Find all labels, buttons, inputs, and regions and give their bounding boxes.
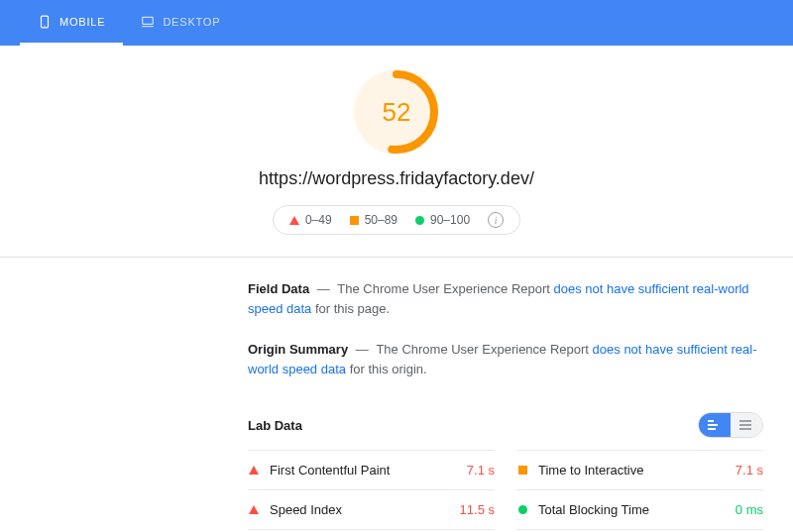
metric-fcp-name: First Contentful Paint bbox=[270, 463, 467, 478]
field-data-note: Field Data — The Chrome User Experience … bbox=[248, 279, 763, 318]
view-toggle-compact[interactable] bbox=[731, 413, 762, 437]
score-gauge: 52 bbox=[354, 69, 439, 155]
view-toggle[interactable] bbox=[698, 412, 763, 438]
metric-tti: Time to Interactive 7.1 s bbox=[516, 450, 763, 489]
metric-si-value: 11.5 s bbox=[460, 502, 495, 517]
tested-url: https://wordpress.fridayfactory.dev/ bbox=[30, 168, 763, 189]
origin-summary-note: Origin Summary — The Chrome User Experie… bbox=[248, 340, 763, 378]
origin-summary-label: Origin Summary bbox=[248, 342, 348, 357]
svg-point-1 bbox=[44, 25, 45, 26]
tab-mobile-label: MOBILE bbox=[59, 16, 105, 28]
field-data-post: for this page. bbox=[311, 301, 390, 316]
square-icon bbox=[518, 466, 527, 475]
view-toggle-expanded[interactable] bbox=[699, 413, 731, 437]
tab-mobile[interactable]: MOBILE bbox=[20, 0, 123, 46]
score-value: 52 bbox=[354, 69, 439, 155]
square-icon bbox=[350, 216, 359, 225]
metric-si-name: Speed Index bbox=[270, 502, 460, 517]
svg-rect-2 bbox=[143, 17, 154, 24]
metric-fcp: First Contentful Paint 7.1 s bbox=[248, 450, 495, 489]
origin-summary-post: for this origin. bbox=[346, 362, 427, 376]
score-section: 52 https://wordpress.fridayfactory.dev/ … bbox=[30, 69, 763, 235]
desktop-icon bbox=[141, 15, 155, 29]
legend-range-poor: 0–49 bbox=[305, 213, 332, 227]
metric-si: Speed Index 11.5 s bbox=[248, 489, 495, 529]
triangle-icon bbox=[249, 505, 259, 514]
metrics-grid: First Contentful Paint 7.1 s Time to Int… bbox=[248, 450, 763, 532]
metric-tti-value: 7.1 s bbox=[736, 463, 763, 478]
metric-tbt-value: 0 ms bbox=[736, 502, 763, 517]
circle-icon bbox=[415, 216, 424, 225]
triangle-icon bbox=[289, 216, 299, 225]
field-data-pre: The Chrome User Experience Report bbox=[337, 281, 553, 296]
origin-summary-pre: The Chrome User Experience Report bbox=[376, 342, 592, 357]
triangle-icon bbox=[249, 466, 259, 475]
legend-range-avg: 50–89 bbox=[365, 213, 397, 227]
device-tabs: MOBILE DESKTOP bbox=[0, 0, 793, 46]
info-icon[interactable]: i bbox=[488, 212, 504, 228]
tab-desktop[interactable]: DESKTOP bbox=[123, 0, 238, 46]
metric-fcp-value: 7.1 s bbox=[467, 463, 495, 478]
mobile-icon bbox=[38, 15, 52, 29]
circle-icon bbox=[518, 505, 527, 514]
section-divider bbox=[0, 257, 793, 258]
metric-tbt: Total Blocking Time 0 ms bbox=[516, 489, 763, 529]
metric-tti-name: Time to Interactive bbox=[538, 463, 736, 478]
field-data-label: Field Data bbox=[248, 281, 309, 296]
legend-range-good: 90–100 bbox=[430, 213, 470, 227]
tab-desktop-label: DESKTOP bbox=[163, 16, 220, 28]
lab-data-title: Lab Data bbox=[248, 418, 302, 433]
score-legend: 0–49 50–89 90–100 i bbox=[273, 205, 520, 235]
metric-tbt-name: Total Blocking Time bbox=[538, 502, 736, 517]
